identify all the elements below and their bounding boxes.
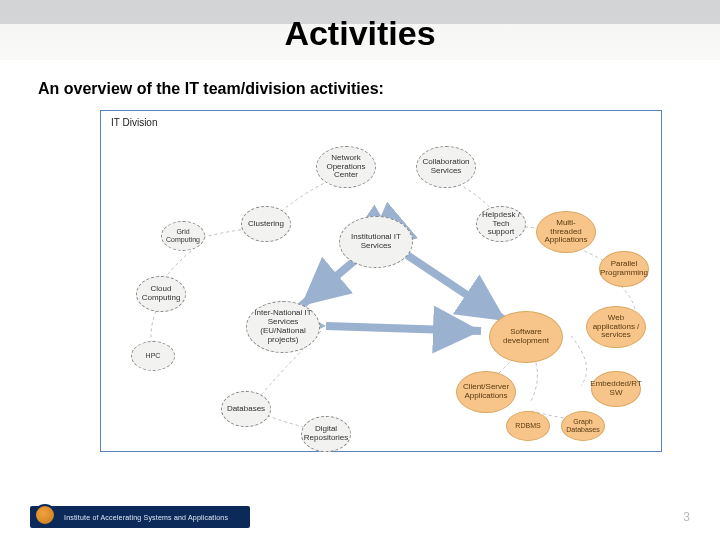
node-label: Web applications / services [591,314,641,340]
node-cloud: Cloud Computing [136,276,186,312]
node-label: Collaboration Services [421,158,471,176]
node-helpdesk: Helpdesk / Tech support [476,206,526,242]
node-label: Inter-National IT Services (EU/National … [251,309,315,344]
node-multi: Multi-threaded Applications [536,211,596,253]
node-embedded: Embedded/RT SW [591,371,641,407]
node-label: Helpdesk / Tech support [481,211,521,237]
node-cliserv: Client/Server Applications [456,371,516,413]
node-graphdb: Graph Databases [561,411,605,441]
node-webapp: Web applications / services [586,306,646,348]
node-label: Institutional IT Services [344,233,408,251]
node-label: Parallel Programming [600,260,648,278]
page-title: Activities [0,14,720,53]
node-label: Embedded/RT SW [590,380,641,398]
node-digrepo: Digital Repositories [301,416,351,452]
footer: Institute of Accelerating Systems and Ap… [0,496,720,528]
node-hpc: HPC [131,341,175,371]
footer-institute: Institute of Accelerating Systems and Ap… [64,514,228,521]
node-label: Graph Databases [566,418,600,433]
node-label: RDBMS [515,422,540,430]
node-inter: Inter-National IT Services (EU/National … [246,301,320,353]
node-grid: Grid Computing [161,221,205,251]
node-noc: Network Operations Center [316,146,376,188]
node-label: Client/Server Applications [461,383,511,401]
node-label: Cloud Computing [141,285,181,303]
footer-bar: Institute of Accelerating Systems and Ap… [30,506,250,528]
node-swdev: Software development [489,311,563,363]
division-label: IT Division [111,117,158,128]
node-label: Digital Repositories [304,425,348,443]
node-label: Clustering [248,220,284,229]
node-inst: Institutional IT Services [339,216,413,268]
node-clustering: Clustering [241,206,291,242]
node-label: Software development [494,328,558,346]
node-parallel: Parallel Programming [599,251,649,287]
page-subtitle: An overview of the IT team/division acti… [38,80,384,98]
node-label: Grid Computing [166,228,200,243]
node-label: Databases [227,405,265,414]
activities-diagram: IT Division [100,110,662,452]
node-rdbms: RDBMS [506,411,550,441]
page-number: 3 [683,510,690,524]
institute-logo-icon [34,504,56,526]
node-label: Multi-threaded Applications [541,219,591,245]
node-label: HPC [146,352,161,360]
node-databases: Databases [221,391,271,427]
node-collab: Collaboration Services [416,146,476,188]
node-label: Network Operations Center [321,154,371,180]
diagram-connectors [101,111,661,451]
